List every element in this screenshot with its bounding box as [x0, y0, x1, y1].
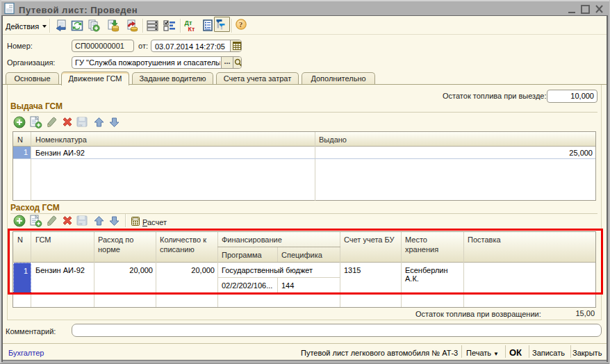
svg-text:?: ?	[239, 20, 243, 28]
svg-text:ок: ок	[79, 222, 83, 226]
svg-text:Кт: Кт	[188, 26, 195, 32]
svg-text:ок: ок	[79, 123, 83, 127]
